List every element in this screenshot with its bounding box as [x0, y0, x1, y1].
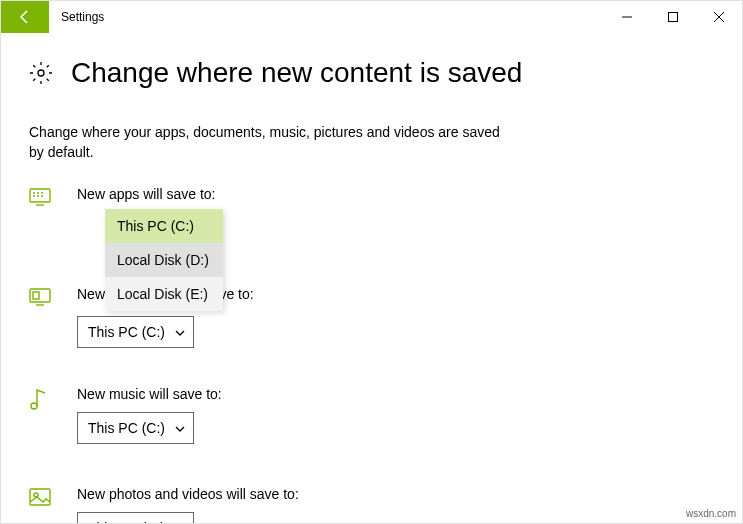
svg-rect-15: [33, 292, 39, 299]
svg-point-16: [31, 403, 37, 409]
maximize-button[interactable]: [650, 1, 696, 33]
dropdown-option[interactable]: Local Disk (E:): [105, 277, 223, 311]
photos-label: New photos and videos will save to:: [77, 486, 714, 502]
music-combo[interactable]: This PC (C:): [77, 412, 194, 444]
section-photos: New photos and videos will save to: This…: [29, 486, 714, 524]
back-button[interactable]: [1, 1, 49, 33]
svg-rect-1: [669, 13, 678, 22]
chevron-down-icon: [175, 327, 185, 338]
music-label: New music will save to:: [77, 386, 714, 402]
apps-label: New apps will save to:: [77, 186, 714, 202]
documents-combo[interactable]: This PC (C:): [77, 316, 194, 348]
documents-combo-value: This PC (C:): [88, 324, 165, 340]
minimize-button[interactable]: [604, 1, 650, 33]
dropdown-option[interactable]: This PC (C:): [105, 209, 223, 243]
watermark: wsxdn.com: [686, 508, 736, 519]
dropdown-option[interactable]: Local Disk (D:): [105, 243, 223, 277]
photos-icon: [29, 488, 53, 509]
section-music: New music will save to: This PC (C:): [29, 386, 714, 456]
titlebar: Settings: [1, 1, 742, 33]
chevron-down-icon: [175, 423, 185, 434]
page-title: Change where new content is saved: [71, 57, 522, 89]
svg-point-4: [38, 70, 44, 76]
photos-combo-value: This PC (C:): [88, 520, 165, 524]
apps-icon: [29, 188, 53, 209]
page-subtitle: Change where your apps, documents, music…: [29, 123, 509, 162]
svg-point-18: [34, 493, 38, 497]
apps-dropdown-open[interactable]: This PC (C:) Local Disk (D:) Local Disk …: [105, 209, 223, 311]
photos-combo[interactable]: This PC (C:): [77, 512, 194, 524]
window-title: Settings: [61, 10, 104, 24]
close-button[interactable]: [696, 1, 742, 33]
music-combo-value: This PC (C:): [88, 420, 165, 436]
svg-rect-17: [30, 489, 50, 505]
documents-icon: [29, 288, 53, 309]
gear-icon: [29, 61, 53, 85]
music-icon: [29, 388, 53, 413]
page-header: Change where new content is saved: [29, 57, 714, 89]
window-controls: [604, 1, 742, 33]
